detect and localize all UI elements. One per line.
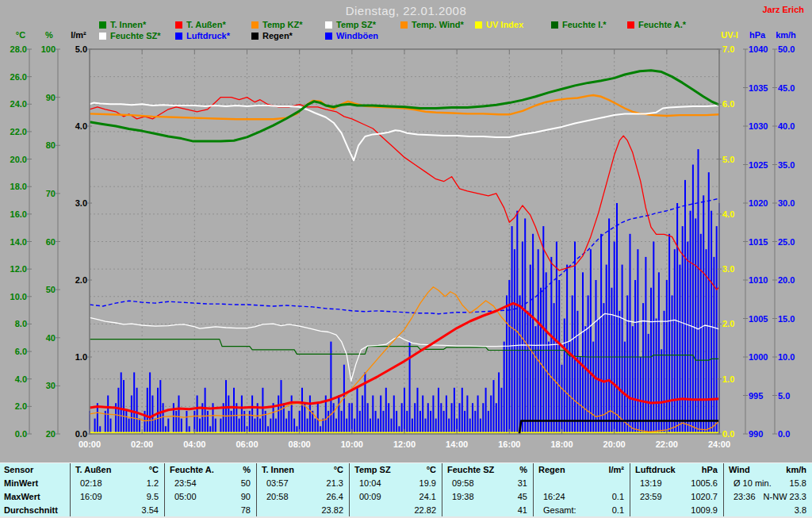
table-cell-value: 1009.9 bbox=[630, 505, 718, 515]
x-axis-label: 04:00 bbox=[183, 439, 205, 449]
y-axis-label: 10.0 bbox=[10, 292, 27, 301]
y-axis-label: 1020 bbox=[749, 198, 768, 208]
y-axis-label: 5.0 bbox=[75, 44, 87, 54]
y-axis-label: 18.0 bbox=[10, 182, 27, 191]
x-axis-label: 22:00 bbox=[656, 439, 678, 449]
y-axis-label: 30 bbox=[46, 381, 56, 390]
table-cell-value: 90 bbox=[165, 492, 251, 501]
x-axis-label: 12:00 bbox=[393, 439, 416, 449]
y-axis-label: 70 bbox=[46, 189, 56, 198]
table-col-unit: % bbox=[165, 465, 251, 474]
y-axis-label: 6.0 bbox=[722, 99, 734, 109]
x-axis-label: 18:00 bbox=[550, 439, 573, 449]
table-row-label: Durchschnitt bbox=[4, 505, 58, 515]
table-cell-value: 1005.6 bbox=[630, 478, 718, 488]
y-axis-label: 8.0 bbox=[15, 319, 27, 328]
table-col-unit: hPa bbox=[630, 465, 718, 474]
y-axis-label: 1015 bbox=[749, 237, 768, 247]
x-axis-label: 20:00 bbox=[603, 439, 626, 449]
table-cell-value: 41 bbox=[442, 505, 527, 515]
table-row-label: MinWert bbox=[4, 478, 38, 488]
table-cell-value: 24.1 bbox=[350, 492, 436, 501]
table-row-label: MaxWert bbox=[4, 492, 40, 501]
y-axis-label: 26.0 bbox=[10, 72, 27, 82]
y-axis-label: 12.0 bbox=[10, 264, 27, 274]
y-axis-label: 1000 bbox=[749, 352, 768, 362]
table-col-unit: % bbox=[442, 465, 527, 474]
table-col-temp-sz: Temp SZ°C10:0419.900:0924.122.82 bbox=[349, 463, 442, 518]
axes: 28.026.024.022.020.018.016.014.012.010.0… bbox=[10, 30, 797, 449]
y-axis-label: 5.0 bbox=[778, 391, 790, 401]
table-cell-value: 50 bbox=[165, 478, 251, 488]
y-axis-label: 4.0 bbox=[15, 374, 27, 384]
y-axis-label: 2.0 bbox=[15, 401, 27, 411]
table-cell-value: 45 bbox=[442, 492, 527, 501]
y-axis-label: 35.0 bbox=[778, 160, 795, 170]
table-cell-value: 26.4 bbox=[257, 492, 343, 501]
y-axis-label: 3.0 bbox=[75, 198, 87, 208]
y-axis-label: 60 bbox=[46, 237, 56, 247]
weather-station-screen: Dienstag, 22.01.2008 Jarz Erich T. Innen… bbox=[0, 0, 812, 518]
x-axis-label: 14:00 bbox=[446, 439, 468, 449]
y-axis-label: 20.0 bbox=[10, 155, 27, 164]
y-axis-label: 0.0 bbox=[75, 429, 87, 439]
table-cell-value: N-NW 23.3 bbox=[724, 492, 806, 501]
y-axis-label: 16.0 bbox=[10, 209, 27, 219]
y-axis-header: °C bbox=[16, 30, 25, 40]
y-axis-label: 1010 bbox=[749, 275, 768, 285]
table-col-unit: km/h bbox=[724, 465, 806, 474]
y-axis-label: 4.0 bbox=[722, 209, 734, 219]
table-cell-value: 0.1 bbox=[534, 505, 624, 515]
y-axis-label: 100 bbox=[41, 44, 56, 54]
x-axis-label: 06:00 bbox=[236, 439, 258, 449]
table-cell-value: 0.1 bbox=[534, 492, 624, 501]
table-col-t-außen: T. Außen°C02:181.216:099.53.54 bbox=[70, 463, 165, 518]
y-axis-header: UV-I bbox=[721, 30, 737, 40]
y-axis-label: 2.0 bbox=[722, 319, 734, 328]
y-axis-label: 45.0 bbox=[778, 83, 795, 93]
y-axis-label: 10.0 bbox=[778, 352, 795, 362]
table-col-feuchte-a-: Feuchte A.%23:545005:009078 bbox=[164, 463, 257, 518]
table-cell-value: 21.3 bbox=[257, 478, 343, 488]
y-axis-label: 5.0 bbox=[722, 155, 734, 164]
table-col-regen: Regenl/m²16:240.1Gesamt:0.1 bbox=[533, 463, 630, 518]
table-col-unit: l/m² bbox=[534, 465, 624, 474]
y-axis-label: 80 bbox=[46, 140, 56, 150]
table-cell-value: 3.54 bbox=[71, 505, 159, 515]
y-axis-label: 0.0 bbox=[15, 429, 27, 439]
y-axis-label: 22.0 bbox=[10, 127, 27, 136]
y-axis-header: l/m² bbox=[71, 30, 86, 40]
y-axis-label: 7.0 bbox=[722, 44, 734, 54]
table-cell-value: 22.82 bbox=[350, 505, 436, 515]
x-axis-label: 10:00 bbox=[341, 439, 363, 449]
table-col-unit: °C bbox=[257, 465, 343, 474]
x-axis-label: 16:00 bbox=[498, 439, 520, 449]
table-col-luftdruck: LuftdruckhPa13:191005.623:591020.71009.9 bbox=[630, 463, 724, 518]
table-cell-value: 1020.7 bbox=[630, 492, 718, 501]
x-axis-label: 02:00 bbox=[131, 439, 153, 449]
y-axis-label: 1.0 bbox=[75, 352, 87, 362]
y-axis-label: 4.0 bbox=[75, 121, 87, 131]
y-axis-label: 30.0 bbox=[778, 198, 795, 208]
y-axis-label: 995 bbox=[749, 391, 763, 401]
table-cell-value: 23.82 bbox=[257, 505, 343, 515]
table-cell-value: 78 bbox=[165, 505, 251, 515]
y-axis-label: 1035 bbox=[749, 83, 768, 93]
y-axis-label: 25.0 bbox=[778, 237, 795, 247]
table-col-feuchte-sz: Feuchte SZ%09:583119:384541 bbox=[442, 463, 534, 518]
y-axis-label: 28.0 bbox=[10, 44, 27, 54]
y-axis-label: 90 bbox=[46, 93, 56, 102]
series-temp-sz bbox=[90, 103, 719, 161]
table-col-sensor: SensorMinWertMaxWertDurchschnitt bbox=[0, 463, 70, 518]
table-col-wind: Windkm/hØ 10 min.15.823:36N-NW 23.33.8 bbox=[723, 463, 812, 518]
y-axis-label: 50 bbox=[46, 285, 56, 294]
y-axis-label: 6.0 bbox=[15, 347, 27, 356]
y-axis-label: 1040 bbox=[749, 44, 768, 54]
y-axis-label: 990 bbox=[749, 429, 763, 439]
x-axis-label: 00:00 bbox=[79, 439, 101, 449]
y-axis-label: 20 bbox=[46, 429, 56, 439]
table-col-unit: °C bbox=[350, 465, 436, 474]
table-cell-value: 19.9 bbox=[350, 478, 436, 488]
y-axis-label: 0.0 bbox=[778, 429, 790, 439]
table-header-sensor: Sensor bbox=[4, 465, 33, 474]
